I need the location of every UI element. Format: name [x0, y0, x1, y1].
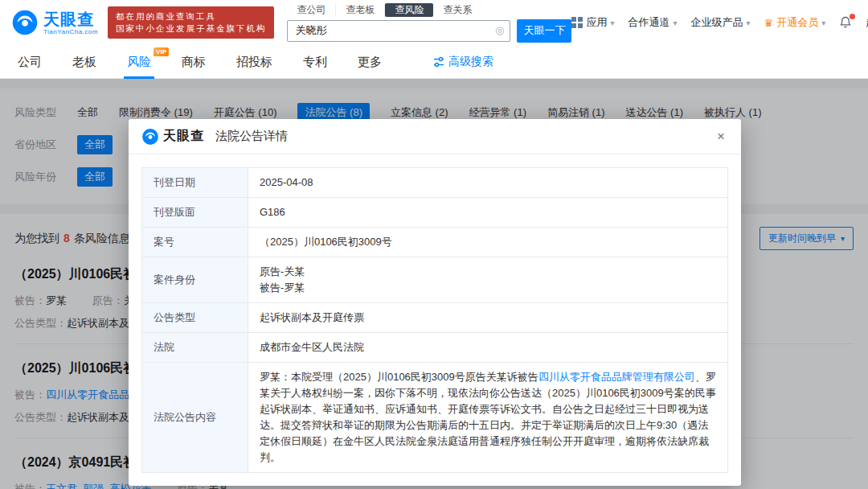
notification-badge	[850, 14, 855, 19]
menu-apps[interactable]: 应用 ▾	[571, 15, 614, 30]
court-announcement-modal: 天眼查 法院公告详情 × 刊登日期 2025-04-08 刊登版面 G186 案…	[129, 119, 741, 486]
nav-boss[interactable]: 老板	[72, 45, 96, 79]
crown-icon: ♛	[764, 17, 774, 29]
modal-header: 天眼查 法院公告详情 ×	[129, 119, 741, 154]
detail-row-case-identity: 案件身份 原告-关某 被告-罗某	[142, 257, 727, 303]
modal-body: 刊登日期 2025-04-08 刊登版面 G186 案号 （2025）川0106…	[129, 154, 741, 486]
nav-more[interactable]: 更多	[358, 45, 382, 79]
camera-icon[interactable]: ◎	[495, 24, 504, 36]
modal-title: 法院公告详情	[215, 129, 288, 144]
nav-company[interactable]: 公司	[18, 45, 42, 79]
nav-risk[interactable]: 风险 VIP	[127, 45, 151, 79]
detail-label: 刊登版面	[142, 198, 248, 227]
search-type-tabs: 查公司 查老板 查风险 查关系	[287, 3, 571, 18]
menu-enterprise-label: 企业级产品	[690, 15, 743, 30]
detail-value: 罗某：本院受理（2025）川0106民初3009号原告关某诉被告四川从零开食品品…	[248, 363, 727, 472]
content-after: 、罗某关于人格权纠纷一案，因你下落不明，现依法向你公告送达（2025）川0106…	[260, 371, 716, 463]
nav-risk-label: 风险	[127, 55, 151, 68]
menu-vip-label: 开通会员	[776, 15, 818, 30]
tab-relation[interactable]: 查关系	[433, 3, 481, 17]
promo-line2: 国家中小企业发展子基金旗下机构	[116, 23, 267, 35]
advanced-search-icon	[433, 56, 444, 68]
top-header: 天眼查 TianYanCha.com 都在用的商业查询工具 国家中小企业发展子基…	[0, 0, 868, 45]
detail-label: 法院	[142, 333, 248, 362]
promo-banner: 都在用的商业查询工具 国家中小企业发展子基金旗下机构	[108, 6, 275, 39]
company-link[interactable]: 四川从零开食品品牌管理有限公司	[538, 371, 695, 383]
detail-value: 原告-关某 被告-罗某	[248, 257, 727, 302]
detail-label: 刊登日期	[142, 168, 248, 197]
detail-row-page-number: 刊登版面 G186	[142, 198, 727, 228]
apps-grid-icon	[571, 17, 583, 28]
detail-value: 2025-04-08	[248, 168, 727, 197]
promo-line1: 都在用的商业查询工具	[116, 10, 267, 23]
detail-row-court: 法院 成都市金牛区人民法院	[142, 333, 727, 363]
modal-logo: 天眼查	[141, 128, 204, 146]
logo-text: 天眼查 TianYanCha.com	[43, 10, 98, 35]
detail-value: 起诉状副本及开庭传票	[248, 303, 727, 332]
chevron-down-icon: ▾	[610, 18, 614, 27]
nav-patent[interactable]: 专利	[303, 45, 327, 79]
tab-boss[interactable]: 查老板	[336, 3, 385, 17]
header-menu: 应用 ▾ 合作通道 ▾ 企业级产品 ▾ ♛ 开通会员 ▾	[571, 15, 868, 30]
logo-domain: TianYanCha.com	[43, 28, 98, 35]
search-input[interactable]	[287, 20, 510, 42]
menu-enterprise[interactable]: 企业级产品 ▾	[690, 15, 750, 30]
search-button[interactable]: 天眼一下	[517, 19, 571, 43]
detail-label: 公告类型	[142, 303, 248, 332]
category-navbar: 公司 老板 风险 VIP 商标 招投标 专利 更多 高级搜索	[0, 45, 868, 79]
chevron-down-icon: ▾	[821, 18, 825, 27]
detail-table: 刊登日期 2025-04-08 刊登版面 G186 案号 （2025）川0106…	[141, 167, 728, 473]
chevron-down-icon: ▾	[673, 18, 677, 27]
detail-label: 案号	[142, 228, 248, 257]
search-area: 查公司 查老板 查风险 查关系 ◎ 天眼一下	[287, 3, 571, 43]
detail-label: 案件身份	[142, 257, 248, 302]
tianyancha-risk-page: 天眼查 TianYanCha.com 都在用的商业查询工具 国家中小企业发展子基…	[0, 0, 868, 489]
detail-value: 成都市金牛区人民法院	[248, 333, 727, 362]
tianyancha-logo[interactable]: 天眼查 TianYanCha.com	[11, 9, 98, 36]
detail-value: （2025）川0106民初3009号	[248, 228, 727, 257]
vip-badge: VIP	[154, 47, 169, 56]
detail-row-publish-date: 刊登日期 2025-04-08	[142, 168, 727, 198]
detail-row-announcement-type: 公告类型 起诉状副本及开庭传票	[142, 303, 727, 333]
tianyancha-eye-icon	[11, 9, 39, 36]
detail-row-announcement-content: 法院公告内容 罗某：本院受理（2025）川0106民初3009号原告关某诉被告四…	[142, 363, 727, 472]
content-before: 罗某：本院受理（2025）川0106民初3009号原告关某诉被告	[260, 371, 538, 383]
advanced-search-label: 高级搜索	[448, 55, 493, 69]
detail-label: 法院公告内容	[142, 363, 248, 472]
identity-plaintiff: 原告-关某	[260, 264, 716, 280]
tab-risk[interactable]: 查风险	[385, 3, 433, 17]
search-box: ◎	[287, 20, 510, 42]
advanced-search-link[interactable]: 高级搜索	[433, 55, 493, 69]
notification-bell[interactable]	[839, 16, 852, 29]
menu-apps-label: 应用	[586, 15, 607, 30]
nav-trademark[interactable]: 商标	[182, 45, 206, 79]
nav-bidding[interactable]: 招投标	[236, 45, 272, 79]
tab-company[interactable]: 查公司	[287, 3, 336, 17]
close-icon[interactable]: ×	[714, 126, 728, 146]
logo-name: 天眼查	[43, 10, 98, 28]
chevron-down-icon: ▾	[746, 18, 750, 27]
announcement-content: 罗某：本院受理（2025）川0106民初3009号原告关某诉被告四川从零开食品品…	[260, 369, 716, 466]
menu-cooperation[interactable]: 合作通道 ▾	[628, 15, 677, 30]
menu-vip-upgrade[interactable]: ♛ 开通会员 ▾	[764, 15, 826, 30]
detail-row-case-number: 案号 （2025）川0106民初3009号	[142, 228, 727, 257]
detail-value: G186	[248, 198, 727, 227]
identity-defendant: 被告-罗某	[260, 280, 716, 296]
modal-logo-text: 天眼查	[163, 128, 204, 145]
menu-cooperation-label: 合作通道	[628, 15, 669, 30]
tianyancha-eye-icon	[141, 128, 159, 146]
